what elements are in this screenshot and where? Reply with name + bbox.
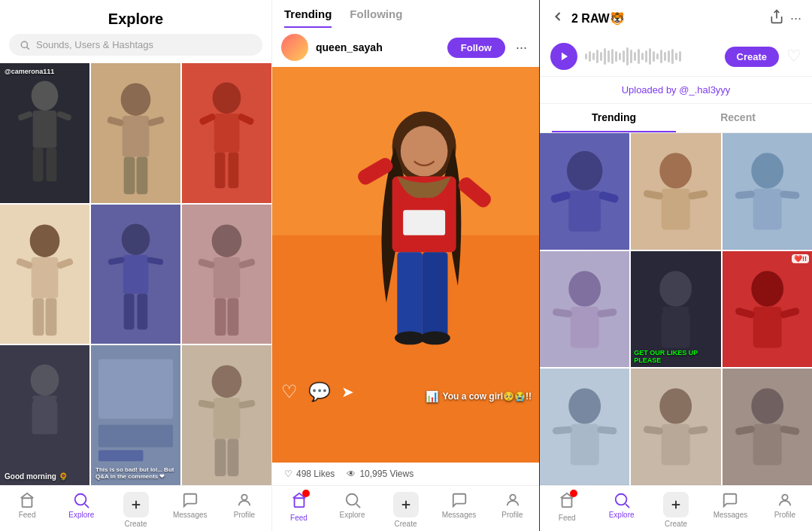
video-stats: ♡ 498 Likes 👁 10,995 Views xyxy=(272,463,539,485)
svg-point-0 xyxy=(21,41,27,47)
sound-tab-recent[interactable]: Recent xyxy=(676,104,800,132)
nav-explore-label: Explore xyxy=(68,511,94,519)
nav-feed[interactable]: Feed xyxy=(0,492,54,528)
create-button[interactable] xyxy=(123,492,149,517)
more-options-button[interactable]: ··· xyxy=(513,40,530,56)
sound-player: Create ♡ xyxy=(540,37,812,77)
like-icon[interactable]: ♡ xyxy=(281,381,298,402)
svg-rect-4 xyxy=(33,111,57,148)
explore-cell-7[interactable]: Good morning 🌻 xyxy=(0,345,89,485)
svg-rect-125 xyxy=(662,424,690,466)
svg-point-89 xyxy=(567,151,603,190)
nav-messages[interactable]: Messages xyxy=(163,492,217,528)
cell-image-5 xyxy=(91,205,180,344)
comment-icon[interactable]: 💬 xyxy=(308,381,331,402)
svg-rect-76 xyxy=(397,252,423,336)
feed-nav-create-label: Create xyxy=(394,520,417,528)
back-arrow-icon xyxy=(550,9,565,24)
sound-cell-6[interactable]: ❤️!! xyxy=(723,251,812,368)
explore-panel: Explore Sounds, Users & Hashtags @camero… xyxy=(0,0,272,531)
tab-following[interactable]: Following xyxy=(350,8,402,28)
svg-point-31 xyxy=(122,223,150,255)
feed-create-button[interactable] xyxy=(393,492,419,517)
create-sound-button[interactable]: Create xyxy=(725,47,779,67)
likes-stat: ♡ 498 Likes xyxy=(284,469,335,479)
sound-panel: 2 RAW🐯 ··· xyxy=(540,0,812,531)
svg-rect-25 xyxy=(32,257,59,299)
sound-nav-feed[interactable]: Feed xyxy=(540,492,594,528)
sound-cell-3[interactable] xyxy=(723,133,812,250)
svg-line-1 xyxy=(27,47,29,49)
sound-nav-profile[interactable]: Profile xyxy=(758,492,812,528)
explore-cell-5[interactable] xyxy=(91,205,180,344)
sound-cell-4[interactable] xyxy=(540,251,629,368)
feed-message-icon xyxy=(451,492,468,508)
svg-rect-53 xyxy=(98,425,173,448)
sound-cell-overlay-5: GET OUR LIKES UP PLEASE xyxy=(634,349,720,364)
svg-rect-110 xyxy=(662,306,690,347)
svg-rect-77 xyxy=(423,252,448,336)
video-container[interactable]: ♡ 💬 ➤ 📊 You a cow girl🥺😭!! xyxy=(272,67,539,463)
sound-indicator: 📊 You a cow girl🥺😭!! xyxy=(426,390,532,402)
sound-cell-1[interactable] xyxy=(540,133,629,250)
sound-nav-explore[interactable]: Explore xyxy=(594,492,648,528)
svg-point-71 xyxy=(401,126,448,176)
sound-cell-9[interactable] xyxy=(723,369,812,485)
waveform xyxy=(585,46,717,67)
sound-cell-5[interactable]: GET OUR LIKES UP PLEASE xyxy=(631,251,720,368)
sound-more-button[interactable]: ··· xyxy=(790,11,801,26)
sound-nav-messages[interactable]: Messages xyxy=(703,492,757,528)
explore-cell-1[interactable]: @camerona111 xyxy=(0,63,89,203)
svg-rect-90 xyxy=(568,190,601,232)
explore-cell-2[interactable] xyxy=(91,63,180,203)
explore-cell-3[interactable] xyxy=(182,63,271,203)
svg-point-38 xyxy=(212,224,242,257)
feed-nav-profile[interactable]: Profile xyxy=(486,492,539,528)
cell-image-2 xyxy=(91,63,180,203)
sound-nav-create[interactable]: Create xyxy=(649,492,703,528)
explore-cell-9[interactable] xyxy=(182,345,271,485)
sound-title: 2 RAW🐯 xyxy=(571,11,763,26)
feed-nav-explore[interactable]: Explore xyxy=(326,492,379,528)
sound-tab-trending[interactable]: Trending xyxy=(552,104,676,132)
svg-rect-57 xyxy=(214,398,241,439)
svg-rect-130 xyxy=(753,424,781,466)
explore-title: Explore xyxy=(12,11,259,28)
explore-cell-6[interactable] xyxy=(182,205,271,344)
nav-explore[interactable]: Explore xyxy=(54,492,108,528)
play-button[interactable] xyxy=(550,43,577,70)
video-post-header: queen_sayah Follow ··· xyxy=(272,28,539,67)
search-bar[interactable]: Sounds, Users & Hashtags xyxy=(9,34,262,56)
nav-profile[interactable]: Profile xyxy=(217,492,271,528)
svg-rect-15 xyxy=(136,157,147,195)
svg-point-134 xyxy=(615,494,626,505)
svg-rect-8 xyxy=(46,148,56,182)
share-icon[interactable]: ➤ xyxy=(341,383,354,401)
tab-trending[interactable]: Trending xyxy=(284,8,332,28)
explore-cell-8[interactable]: This is so bad! but lol... But Q&A in th… xyxy=(91,345,180,485)
svg-point-99 xyxy=(751,153,783,189)
back-button[interactable] xyxy=(550,9,565,28)
nav-create[interactable]: Create xyxy=(108,492,162,528)
cell-image-3 xyxy=(182,63,271,203)
sound-create-button[interactable] xyxy=(663,492,689,517)
sound-cell-2[interactable] xyxy=(631,133,720,250)
svg-rect-52 xyxy=(98,360,173,419)
svg-point-94 xyxy=(660,153,692,189)
svg-point-129 xyxy=(751,389,783,425)
favorite-sound-button[interactable]: ♡ xyxy=(786,47,801,66)
svg-rect-7 xyxy=(33,148,44,182)
explore-cell-4[interactable] xyxy=(0,205,89,344)
feed-nav-feed[interactable]: Feed xyxy=(272,492,326,528)
post-avatar[interactable] xyxy=(281,34,308,61)
svg-rect-61 xyxy=(227,439,238,477)
sound-cell-8[interactable] xyxy=(631,369,720,485)
svg-rect-80 xyxy=(294,498,304,507)
feed-nav-messages[interactable]: Messages xyxy=(432,492,486,528)
feed-profile-icon xyxy=(504,492,521,508)
follow-button[interactable]: Follow xyxy=(447,38,505,58)
sound-cell-7[interactable] xyxy=(540,369,629,485)
svg-rect-39 xyxy=(214,257,241,299)
sound-share-button[interactable] xyxy=(769,9,784,28)
feed-nav-create[interactable]: Create xyxy=(379,492,432,528)
